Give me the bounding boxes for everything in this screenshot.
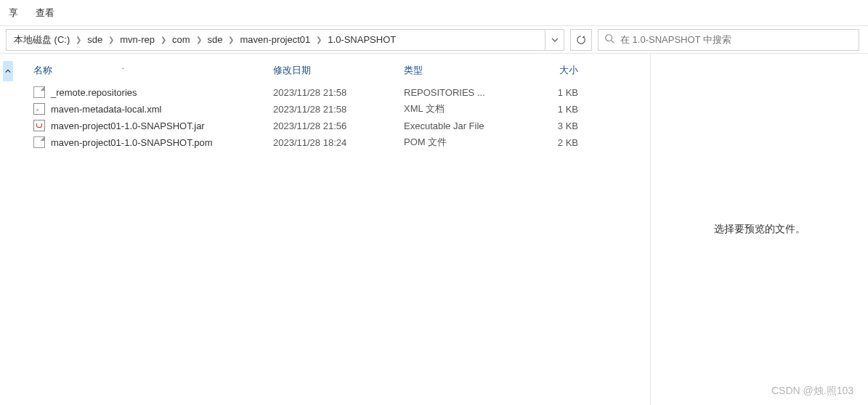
file-date: 2023/11/28 21:56 — [273, 120, 404, 131]
file-date: 2023/11/28 21:58 — [273, 104, 404, 115]
header-size[interactable]: 大小 — [513, 64, 578, 77]
chevron-right-icon: ❯ — [105, 36, 117, 44]
search-box[interactable] — [598, 29, 859, 51]
crumb-4[interactable]: sde — [205, 34, 226, 45]
file-type: POM 文件 — [404, 136, 513, 149]
column-headers: 名称 ˆ 修改日期 类型 大小 — [33, 60, 636, 84]
breadcrumb[interactable]: 本地磁盘 (C:) ❯ sde ❯ mvn-rep ❯ com ❯ sde ❯ … — [7, 33, 545, 46]
svg-point-0 — [606, 35, 612, 41]
sort-asc-icon: ˆ — [122, 67, 124, 74]
preview-pane: 选择要预览的文件。 — [650, 54, 868, 405]
main-area: 名称 ˆ 修改日期 类型 大小 _remote.repositories 202… — [0, 54, 868, 405]
file-name: maven-project01-1.0-SNAPSHOT.jar — [51, 120, 205, 131]
file-list: 名称 ˆ 修改日期 类型 大小 _remote.repositories 202… — [16, 54, 650, 405]
chevron-right-icon: ❯ — [158, 36, 169, 44]
crumb-5[interactable]: maven-project01 — [237, 34, 313, 45]
header-date[interactable]: 修改日期 — [273, 64, 404, 77]
xml-file-icon: x — [33, 103, 45, 115]
address-toolbar: 本地磁盘 (C:) ❯ sde ❯ mvn-rep ❯ com ❯ sde ❯ … — [0, 26, 868, 54]
file-size: 3 KB — [513, 120, 578, 131]
crumb-6[interactable]: 1.0-SNAPSHOT — [325, 34, 399, 45]
header-name-label: 名称 — [33, 64, 52, 77]
chevron-up-icon — [3, 61, 13, 81]
file-row[interactable]: x maven-metadata-local.xml 2023/11/28 21… — [33, 100, 636, 118]
file-size: 1 KB — [513, 87, 578, 98]
file-size: 2 KB — [513, 137, 578, 148]
refresh-button[interactable] — [570, 29, 592, 51]
file-row[interactable]: maven-project01-1.0-SNAPSHOT.jar 2023/11… — [33, 118, 636, 134]
file-size: 1 KB — [513, 104, 578, 115]
header-name[interactable]: 名称 ˆ — [33, 64, 273, 77]
nav-pane-toggle[interactable] — [0, 54, 16, 405]
chevron-right-icon: ❯ — [73, 36, 84, 44]
file-icon — [33, 136, 45, 148]
crumb-2[interactable]: mvn-rep — [117, 34, 158, 45]
svg-text:x: x — [36, 107, 38, 112]
refresh-icon — [576, 35, 586, 45]
file-icon — [33, 86, 45, 98]
header-type[interactable]: 类型 — [404, 64, 513, 77]
top-menu: 享 查看 — [0, 0, 868, 26]
crumb-root[interactable]: 本地磁盘 (C:) — [11, 33, 73, 46]
file-name: maven-metadata-local.xml — [51, 104, 161, 115]
file-row[interactable]: maven-project01-1.0-SNAPSHOT.pom 2023/11… — [33, 134, 636, 151]
search-icon — [604, 33, 615, 46]
file-name: maven-project01-1.0-SNAPSHOT.pom — [51, 137, 213, 148]
menu-view[interactable]: 查看 — [27, 2, 63, 24]
jar-file-icon — [33, 120, 45, 131]
menu-share[interactable]: 享 — [0, 2, 27, 24]
crumb-3[interactable]: com — [169, 34, 193, 45]
search-input[interactable] — [620, 34, 853, 45]
history-dropdown-button[interactable] — [545, 30, 564, 50]
preview-empty-text: 选择要预览的文件。 — [714, 223, 806, 236]
file-type: Executable Jar File — [404, 120, 513, 131]
file-type: REPOSITORIES ... — [404, 87, 513, 98]
chevron-right-icon: ❯ — [313, 36, 325, 44]
chevron-right-icon: ❯ — [193, 36, 205, 44]
file-date: 2023/11/28 21:58 — [273, 87, 404, 98]
breadcrumb-bar[interactable]: 本地磁盘 (C:) ❯ sde ❯ mvn-rep ❯ com ❯ sde ❯ … — [6, 29, 564, 51]
crumb-1[interactable]: sde — [84, 34, 105, 45]
file-date: 2023/11/28 18:24 — [273, 137, 404, 148]
chevron-down-icon — [551, 36, 559, 44]
svg-line-1 — [612, 41, 615, 44]
file-row[interactable]: _remote.repositories 2023/11/28 21:58 RE… — [33, 84, 636, 100]
chevron-right-icon: ❯ — [225, 36, 237, 44]
file-type: XML 文档 — [404, 102, 513, 115]
file-name: _remote.repositories — [51, 87, 137, 98]
content-area: 名称 ˆ 修改日期 类型 大小 _remote.repositories 202… — [16, 54, 868, 405]
